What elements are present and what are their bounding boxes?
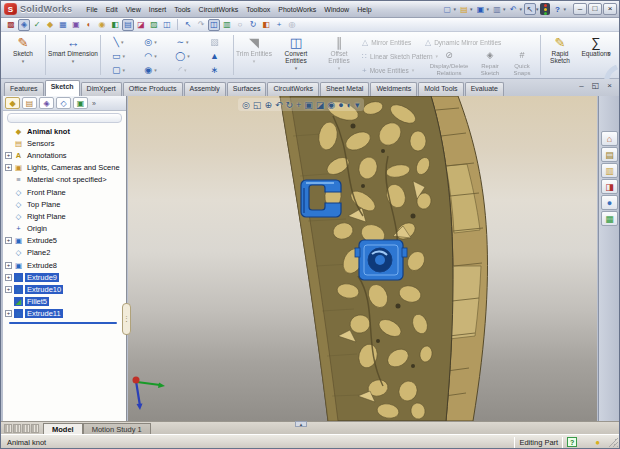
appearances-scenes-tab[interactable]: ● [601, 195, 618, 210]
chevron-down-icon[interactable]: ▾ [563, 6, 566, 12]
spline-tool-button[interactable]: ∼▾ [167, 35, 198, 48]
standard-tool-icon[interactable]: ▤ [122, 19, 134, 31]
menu-window[interactable]: Window [320, 4, 353, 15]
menu-view[interactable]: View [122, 4, 145, 15]
chevron-down-icon[interactable]: ▾ [486, 6, 489, 12]
standard-tool-icon[interactable]: ◎ [286, 19, 298, 31]
tree-item-plane2[interactable]: ◇Plane2 [3, 247, 126, 259]
zoom-in-out-icon[interactable]: ⊕ [264, 100, 272, 110]
hide-show-items-icon[interactable]: ◉ [327, 100, 335, 110]
tab-mold-tools[interactable]: Mold Tools [418, 82, 463, 96]
open-icon[interactable]: ▤ [458, 3, 470, 15]
tab-evaluate[interactable]: Evaluate [465, 82, 504, 96]
doc-restore-button[interactable]: ◱ [590, 81, 601, 92]
graphics-viewport[interactable]: ◎ ◱ ⊕ ↶ ↻ + ▣ ◪ ◉ ● ◐ ▾ [128, 96, 597, 421]
standard-tool-icon[interactable]: ◧ [260, 19, 272, 31]
star-tool-button[interactable]: ∗ [199, 63, 230, 76]
print-icon[interactable]: ▥ [491, 3, 503, 15]
doc-close-button[interactable]: × [604, 81, 615, 92]
solidworks-resources-tab[interactable]: ⌂ [601, 131, 618, 146]
tree-item-extrude5[interactable]: +▣Extrude5 [3, 235, 126, 247]
rebuild-icon[interactable] [540, 3, 550, 15]
arc-tool-button[interactable]: ◠▾ [135, 49, 166, 62]
standard-tool-icon[interactable]: ▥ [221, 19, 233, 31]
chevron-down-icon[interactable]: ▾ [453, 6, 456, 12]
slot-tool-button[interactable]: ▢▾ [103, 63, 134, 76]
standard-tool-icon[interactable]: ◆ [44, 19, 56, 31]
tab-circuitworks[interactable]: CircuitWorks [267, 82, 319, 96]
point-tool-button[interactable]: ◉▾ [135, 63, 166, 76]
display-style-icon[interactable]: ◪ [316, 100, 325, 110]
expand-toggle[interactable]: + [5, 237, 12, 244]
standard-tool-icon[interactable]: ◉ [96, 19, 108, 31]
standard-tool-icon[interactable]: ◪ [135, 19, 147, 31]
chevron-down-icon[interactable]: ▾ [295, 65, 298, 71]
expand-toggle[interactable]: + [5, 164, 12, 171]
tab-features[interactable]: Features [4, 82, 44, 96]
standard-tool-icon[interactable]: ○ [234, 19, 246, 31]
file-explorer-tab[interactable]: ▥ [601, 163, 618, 178]
new-document-icon[interactable]: ▢ [441, 3, 453, 15]
chevron-down-icon[interactable]: ▾ [470, 6, 473, 12]
minimize-button[interactable]: – [573, 3, 587, 15]
standard-tool-icon[interactable]: ▨ [148, 19, 160, 31]
view-settings-icon[interactable]: ▾ [355, 100, 360, 110]
chevron-down-icon[interactable]: ▾ [519, 6, 522, 12]
tree-item-extrude10[interactable]: +▣Extrude10 [3, 283, 126, 295]
expand-toggle[interactable]: + [5, 152, 12, 159]
tree-item-origin[interactable]: +Origin [3, 223, 126, 235]
toolbar-overflow-button[interactable]: » [607, 50, 611, 57]
standard-tool-icon[interactable]: ◈ [18, 19, 30, 31]
model-canvas[interactable] [128, 96, 597, 421]
doc-minimize-button[interactable]: – [576, 81, 587, 92]
tree-item-lights-cameras[interactable]: +▣Lights, Cameras and Scene [3, 162, 126, 174]
dimxpertmanager-tab[interactable]: ◇ [56, 97, 71, 109]
circle-tool-button[interactable]: ◎▾ [135, 35, 166, 48]
smart-dimension-button[interactable]: ↔ Smart Dimension ▾ [48, 34, 98, 77]
tree-item-fillet5[interactable]: ◢Fillet5 [3, 296, 126, 308]
standard-tool-icon[interactable]: ▩ [5, 19, 17, 31]
rollback-bar[interactable] [9, 322, 117, 324]
tab-weldments[interactable]: Weldments [370, 82, 417, 96]
menu-file[interactable]: File [82, 4, 101, 15]
quick-tips-icon[interactable]: ? [567, 437, 577, 447]
edit-appearance-icon[interactable]: ● [338, 100, 343, 110]
menu-insert[interactable]: Insert [145, 4, 171, 15]
expand-toggle[interactable]: + [5, 274, 12, 281]
standard-tool-icon[interactable]: ◐ [83, 19, 95, 31]
standard-tool-icon[interactable]: ↖ [182, 19, 194, 31]
chevron-down-icon[interactable]: ▾ [536, 6, 539, 12]
design-library-tab[interactable]: ▤ [601, 147, 618, 162]
propertymanager-tab[interactable]: ▤ [22, 97, 37, 109]
standard-tool-icon[interactable]: ◫ [161, 19, 173, 31]
tree-item-top-plane[interactable]: ◇Top Plane [3, 198, 126, 210]
zoom-to-fit-icon[interactable]: ◎ [242, 100, 250, 110]
tab-dimxpert[interactable]: DimXpert [81, 82, 122, 96]
undo-icon[interactable]: ↶ [507, 3, 519, 15]
tree-item-right-plane[interactable]: ◇Right Plane [3, 210, 126, 222]
tab-office-products[interactable]: Office Products [123, 82, 183, 96]
standard-tool-icon[interactable]: ✓ [31, 19, 43, 31]
tab-scroll-control[interactable] [4, 424, 12, 433]
tab-model[interactable]: Model [43, 423, 83, 434]
select-icon[interactable]: ↖ [524, 3, 536, 15]
tab-scroll-control[interactable] [13, 424, 21, 433]
expand-toggle[interactable]: + [5, 262, 12, 269]
panel-splitter-handle[interactable]: ⋮ [122, 303, 131, 335]
standard-tool-icon[interactable]: ◧ [109, 19, 121, 31]
standard-tool-icon[interactable]: ↻ [247, 19, 259, 31]
save-icon[interactable]: ▣ [474, 3, 486, 15]
expand-toggle[interactable]: + [5, 310, 12, 317]
standard-tool-icon[interactable]: ▣ [70, 19, 82, 31]
sketch-button[interactable]: ✎ Sketch ▾ [4, 34, 42, 77]
tab-assembly[interactable]: Assembly [184, 82, 226, 96]
displaymanager-tab[interactable]: ▣ [73, 97, 88, 109]
maximize-button[interactable]: □ [588, 3, 602, 15]
tree-item-extrude8[interactable]: +▣Extrude8 [3, 259, 126, 271]
rectangle-tool-button[interactable]: ▭▾ [103, 49, 134, 62]
tree-item-extrude9[interactable]: +▣Extrude9 [3, 271, 126, 283]
menu-tools[interactable]: Tools [170, 4, 194, 15]
tree-item-animal-knot[interactable]: ◆Animal knot [3, 125, 126, 137]
standard-tool-icon[interactable]: ▦ [57, 19, 69, 31]
featuremanager-tab[interactable]: ◆ [5, 97, 20, 109]
